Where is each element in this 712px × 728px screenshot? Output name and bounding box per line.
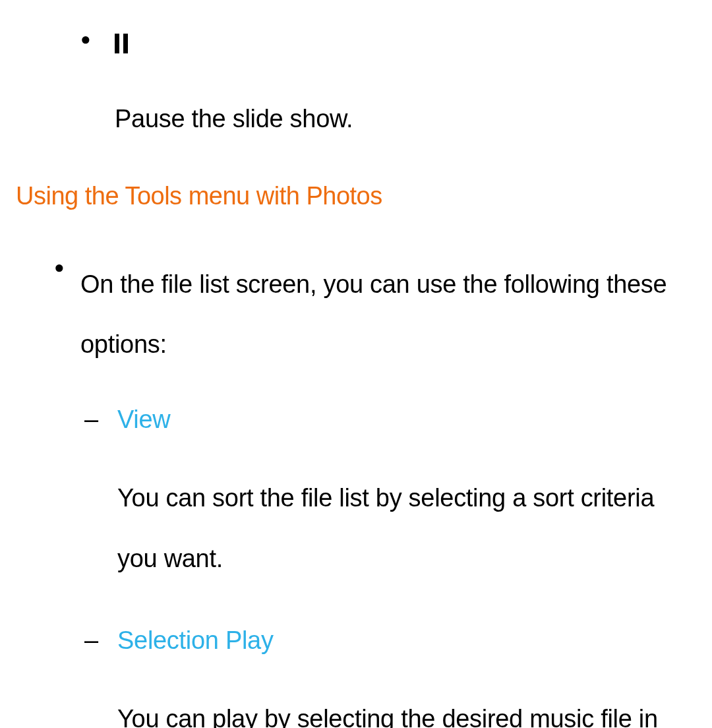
option-selection-play-description: You can play by selecting the desired mu… <box>117 689 696 728</box>
options-dash-list: View You can sort the file list by selec… <box>80 401 696 728</box>
options-outer-list: On the file list screen, you can use the… <box>16 255 696 728</box>
option-view: View You can sort the file list by selec… <box>80 401 696 588</box>
pause-bullet-list: Pause the slide show. <box>16 26 696 138</box>
pause-bullet-item: Pause the slide show. <box>16 26 696 138</box>
option-view-title: View <box>117 401 696 439</box>
options-intro: On the file list screen, you can use the… <box>80 255 696 375</box>
option-selection-play-title: Selection Play <box>117 622 696 659</box>
pause-icon <box>115 26 128 64</box>
section-heading: Using the Tools menu with Photos <box>16 177 696 215</box>
pause-description: Pause the slide show. <box>115 100 696 138</box>
option-selection-play: Selection Play You can play by selecting… <box>80 622 696 728</box>
options-outer-item: On the file list screen, you can use the… <box>16 255 696 728</box>
option-view-description: You can sort the file list by selecting … <box>117 468 696 588</box>
